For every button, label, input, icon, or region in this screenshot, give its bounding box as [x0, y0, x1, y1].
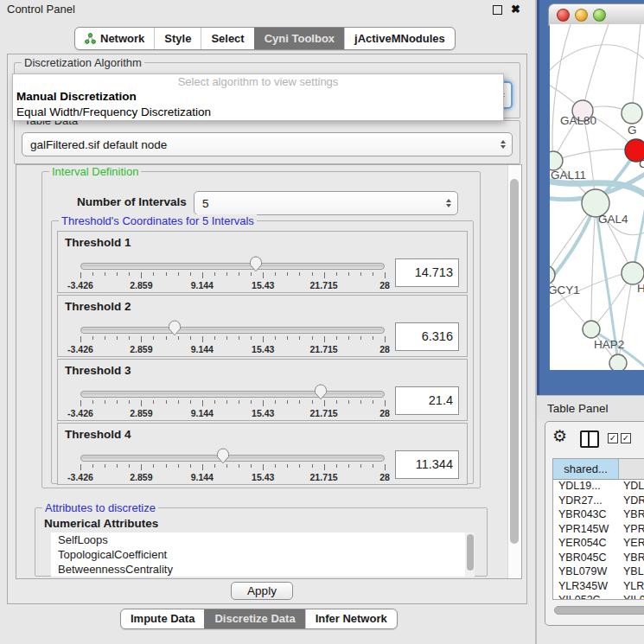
table-panel-title: Table Panel [537, 395, 644, 420]
slider-thumb[interactable] [250, 256, 263, 272]
table-row[interactable]: YER054CYER0 [553, 537, 644, 552]
tick-label: 15.43 [252, 472, 274, 482]
table-row[interactable]: YPR145WYPR1 [553, 523, 644, 538]
tab-jactivemnodules[interactable]: jActiveMNodules [344, 28, 455, 49]
tick-label: 2.859 [130, 472, 152, 482]
minimize-traffic-light-icon[interactable] [575, 9, 588, 22]
tab-label: Select [211, 28, 244, 49]
scrollbar-thumb[interactable] [554, 606, 644, 615]
slider-track[interactable] [80, 263, 385, 270]
scrollbar-thumb[interactable] [467, 534, 474, 571]
slider-thumb[interactable] [169, 320, 182, 336]
tab-impute-data[interactable]: Impute Data [121, 609, 204, 628]
gear-icon[interactable]: ⚙ [552, 426, 567, 447]
node-label-hap2: HAP2 [594, 338, 624, 351]
slider-track[interactable] [80, 455, 385, 462]
network-node-gal11[interactable] [550, 151, 563, 170]
slider-thumb[interactable] [315, 384, 328, 400]
vertical-scrollbar[interactable] [507, 165, 521, 578]
tab-infer-network[interactable]: Infer Network [305, 609, 397, 628]
attribute-item[interactable]: TopologicalCoefficient [51, 547, 475, 562]
threshold-value-field[interactable]: 14.713 [395, 258, 459, 287]
threshold-slider[interactable]: -3.4262.8599.14415.4321.71528 [80, 386, 385, 418]
tick-label: -3.426 [67, 280, 93, 290]
dropdown-option-equal-width-frequency[interactable]: Equal Width/Frequency Discretization [13, 105, 503, 120]
column-header-shared-name[interactable]: shared... [553, 459, 619, 479]
group-label-thresholds: Threshold's Coordinates for 5 Intervals [59, 214, 257, 227]
node-label-gal4: GAL4 [598, 213, 628, 226]
slider-tick-labels: -3.4262.8599.14415.4321.71528 [80, 344, 385, 354]
num-intervals-combobox[interactable]: 5 [194, 191, 458, 215]
numerical-attributes-list[interactable]: SelfLoopsTopologicalCoefficientBetweenne… [51, 532, 475, 577]
tick-label: -3.426 [67, 344, 93, 354]
slider-track[interactable] [80, 327, 385, 334]
horizontal-scrollbar[interactable] [552, 605, 644, 615]
group-label-interval-definition: Interval Definition [49, 165, 141, 178]
tab-style[interactable]: Style [154, 28, 201, 49]
algorithm-dropdown-popup: Select algorithm to view settings Manual… [12, 73, 504, 121]
node-label-red-node: C [639, 157, 644, 170]
network-canvas[interactable]: GAL80GCGAL11GAL4GCY1HHAP2 [550, 24, 644, 370]
cell-name: YIL0 [619, 594, 644, 600]
cell-name: YDR2 [619, 494, 644, 509]
network-node-top-right[interactable] [622, 103, 642, 124]
zoom-traffic-light-icon[interactable] [593, 9, 606, 22]
tab-label: Network [100, 28, 144, 49]
split-pane-icon[interactable] [580, 430, 599, 448]
tab-label: jActiveMNodules [354, 28, 445, 49]
scrollbar-thumb[interactable] [510, 179, 519, 544]
apply-button[interactable]: Apply [231, 582, 293, 600]
tick-label: 9.144 [191, 344, 214, 354]
threshold-value-field[interactable]: 11.344 [395, 450, 459, 479]
threshold-value-field[interactable]: 6.316 [395, 322, 459, 351]
close-traffic-light-icon[interactable] [557, 9, 570, 22]
table-row[interactable]: YDL19...YDL1 [553, 480, 644, 494]
table-row[interactable]: YBR043CYBR0 [553, 508, 644, 523]
attribute-item[interactable]: BetweennessCentrality [51, 562, 475, 577]
threshold-label: Threshold 2 [65, 300, 131, 313]
cell-shared-name: YPR145W [553, 523, 619, 538]
table-row[interactable]: YBR045CYBR0 [553, 552, 644, 566]
numerical-attributes-label: Numerical Attributes [44, 517, 158, 530]
cell-shared-name: YER054C [553, 537, 619, 552]
tab-label: Cyni Toolbox [265, 28, 335, 49]
float-window-icon[interactable] [493, 5, 502, 15]
group-label-algorithm: Discretization Algorithm [22, 56, 144, 69]
tick-label: 9.144 [191, 280, 214, 290]
slider-track[interactable] [80, 391, 385, 398]
tick-label: 15.43 [252, 408, 274, 418]
table-row[interactable]: YBL079WYBL0 [553, 565, 644, 580]
cell-name: YDL1 [619, 480, 644, 494]
threshold-slider[interactable]: -3.4262.8599.14415.4321.71528 [80, 450, 385, 482]
tick-label: 15.43 [252, 280, 274, 290]
attribute-item[interactable]: SelfLoops [51, 532, 475, 547]
tick-label: 21.715 [310, 472, 338, 482]
threshold-value-field[interactable]: 21.4 [395, 386, 459, 415]
cell-shared-name: YIL052C [553, 594, 619, 600]
network-node-gcy1[interactable] [550, 265, 555, 284]
table-row[interactable]: YIL052CYIL0 [553, 594, 644, 600]
tick-label: 28 [379, 472, 390, 482]
tab-network[interactable]: Network [75, 28, 154, 49]
tab-discretize-data[interactable]: Discretize Data [204, 609, 304, 628]
table-body: YDL19...YDL1YDR27...YDR2YBR043CYBR0YPR14… [553, 480, 644, 600]
network-node-bottom-node[interactable] [609, 354, 627, 370]
checkbox-icon[interactable]: ✓ [621, 433, 631, 443]
tab-select[interactable]: Select [201, 28, 253, 49]
screenshot-root: Control Panel ✖ NetworkStyleSelectCyni T… [0, 0, 644, 644]
network-node-hap2[interactable] [583, 321, 600, 338]
tab-cyni-toolbox[interactable]: Cyni Toolbox [254, 28, 344, 49]
close-icon[interactable]: ✖ [511, 3, 520, 16]
table-data-combobox[interactable]: galFiltered.sif default node [22, 132, 513, 156]
network-window-titlebar[interactable] [548, 3, 644, 26]
column-header-name[interactable]: n [619, 459, 644, 479]
node-table: shared... n YDL19...YDL1YDR27...YDR2YBR0… [552, 458, 644, 600]
threshold-slider[interactable]: -3.4262.8599.14415.4321.71528 [80, 322, 385, 354]
threshold-slider[interactable]: -3.4262.8599.14415.4321.71528 [80, 258, 385, 290]
table-row[interactable]: YLR345WYLR3 [553, 580, 644, 595]
slider-thumb[interactable] [217, 448, 230, 464]
table-row[interactable]: YDR27...YDR2 [553, 494, 644, 509]
list-scrollbar[interactable] [465, 532, 475, 577]
checkbox-icon[interactable]: ✓ [608, 433, 618, 443]
dropdown-option-manual-discretization[interactable]: Manual Discretization [13, 89, 503, 105]
